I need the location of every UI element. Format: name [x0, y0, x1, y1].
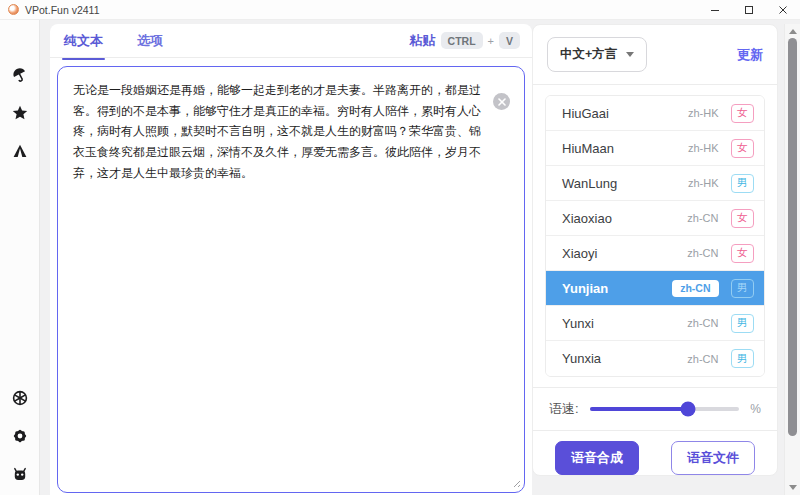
- gender-badge: 女: [731, 139, 755, 158]
- mountain-icon[interactable]: [11, 142, 29, 160]
- minimize-button[interactable]: [698, 0, 732, 20]
- titlebar: VPot.Fun v2411: [0, 0, 800, 20]
- ctrl-key-badge: CTRL: [441, 32, 483, 49]
- voice-list-item[interactable]: Yunjian zh-CN 男: [546, 271, 764, 306]
- editor-area: [57, 66, 525, 493]
- scrollbar-thumb[interactable]: [788, 38, 797, 436]
- voice-panel-header: 中文+方言 更新: [533, 25, 777, 84]
- chevron-down-icon: [626, 52, 634, 57]
- slider-fill: [590, 407, 689, 412]
- voice-locale-badge: zh-HK: [688, 107, 719, 119]
- divider: [533, 84, 777, 85]
- speed-control: 语速: %: [533, 388, 777, 430]
- slider-thumb[interactable]: [681, 402, 696, 417]
- voice-name: Xiaoxiao: [562, 211, 687, 226]
- window-title: VPot.Fun v2411: [25, 4, 100, 16]
- voice-list: HiuGaai zh-HK 女 HiuMaan zh-HK 女 WanLung …: [545, 95, 765, 377]
- speed-slider[interactable]: [590, 402, 740, 416]
- tab-options[interactable]: 选项: [135, 23, 165, 59]
- tab-bar: 纯文本 选项 粘贴 CTRL + V: [50, 24, 532, 58]
- gender-badge: 女: [731, 209, 755, 228]
- voice-list-item[interactable]: Xiaoxiao zh-CN 女: [546, 201, 764, 236]
- update-link[interactable]: 更新: [737, 46, 763, 64]
- voice-name: HiuGaai: [562, 106, 688, 121]
- language-dropdown[interactable]: 中文+方言: [547, 37, 647, 72]
- voice-locale-badge: zh-CN: [687, 212, 718, 224]
- gender-badge: 女: [731, 244, 755, 263]
- paste-label[interactable]: 粘贴: [410, 32, 436, 50]
- main-panel: 纯文本 选项 粘贴 CTRL + V: [50, 24, 532, 495]
- paste-shortcut[interactable]: 粘贴 CTRL + V: [410, 32, 520, 50]
- gender-badge: 男: [731, 314, 755, 333]
- voice-locale-badge: zh-CN: [687, 353, 718, 365]
- maximize-button[interactable]: [732, 0, 766, 20]
- aperture-icon[interactable]: [11, 389, 29, 407]
- text-input[interactable]: [57, 66, 525, 493]
- voice-list-item[interactable]: WanLung zh-HK 男: [546, 166, 764, 201]
- voice-list-item[interactable]: Xiaoyi zh-CN 女: [546, 236, 764, 271]
- language-dropdown-value: 中文+方言: [560, 46, 617, 63]
- window-controls: [698, 0, 800, 20]
- action-buttons: 语音合成 语音文件: [533, 431, 777, 476]
- settings-gear-icon[interactable]: [11, 427, 29, 445]
- voice-name: Yunxia: [562, 351, 687, 366]
- close-button[interactable]: [766, 0, 800, 20]
- robot-icon[interactable]: [11, 465, 29, 483]
- voice-name: Yunjian: [562, 281, 672, 296]
- voice-locale-badge: zh-CN: [687, 317, 718, 329]
- v-key-badge: V: [499, 32, 520, 49]
- plus-sign: +: [488, 35, 494, 47]
- voice-name: WanLung: [562, 176, 688, 191]
- scroll-up-icon[interactable]: [789, 29, 797, 34]
- gender-badge: 男: [731, 279, 755, 298]
- star-icon[interactable]: [11, 104, 29, 122]
- speed-label: 语速:: [549, 400, 579, 418]
- window-scrollbar[interactable]: [784, 24, 800, 495]
- gender-badge: 男: [731, 174, 755, 193]
- gender-badge: 女: [731, 104, 755, 123]
- voice-panel: 中文+方言 更新 HiuGaai zh-HK 女 HiuMaan zh-HK 女…: [532, 24, 778, 476]
- audio-file-button[interactable]: 语音文件: [671, 441, 755, 475]
- synthesize-button[interactable]: 语音合成: [555, 441, 639, 475]
- gender-badge: 男: [731, 349, 755, 368]
- voice-locale-badge: zh-HK: [688, 142, 719, 154]
- voice-name: Xiaoyi: [562, 246, 687, 261]
- voice-list-item[interactable]: HiuMaan zh-HK 女: [546, 131, 764, 166]
- tab-plain-text[interactable]: 纯文本: [62, 23, 105, 59]
- voice-list-item[interactable]: HiuGaai zh-HK 女: [546, 96, 764, 131]
- voice-list-item[interactable]: Yunxia zh-CN 男: [546, 341, 764, 376]
- speed-unit: %: [750, 402, 761, 416]
- app-logo-icon: [8, 4, 19, 15]
- voice-name: HiuMaan: [562, 141, 688, 156]
- voice-list-item[interactable]: Yunxi zh-CN 男: [546, 306, 764, 341]
- voice-locale-badge: zh-CN: [672, 280, 718, 297]
- sidebar: [0, 20, 40, 495]
- voice-locale-badge: zh-HK: [688, 177, 719, 189]
- clear-text-button[interactable]: [493, 93, 510, 110]
- umbrella-icon[interactable]: [11, 66, 29, 84]
- voice-locale-badge: zh-CN: [687, 247, 718, 259]
- slider-track[interactable]: [590, 407, 740, 412]
- scroll-down-icon[interactable]: [789, 485, 797, 490]
- voice-name: Yunxi: [562, 316, 687, 331]
